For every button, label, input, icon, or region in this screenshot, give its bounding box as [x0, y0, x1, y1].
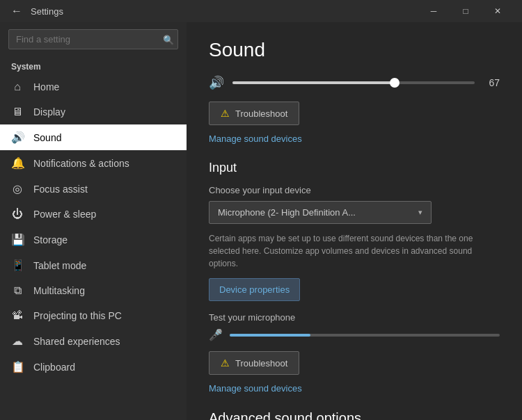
mic-test-row: 🎤: [209, 328, 500, 341]
power-icon: ⏻: [11, 208, 24, 220]
output-manage-link[interactable]: Manage sound devices: [209, 134, 500, 144]
sidebar-item-label: Display: [33, 106, 65, 118]
sidebar-item-storage[interactable]: 💾 Storage: [0, 227, 187, 252]
back-button[interactable]: ←: [8, 3, 25, 19]
output-troubleshoot-button[interactable]: ⚠ Troubleshoot: [209, 102, 299, 125]
minimize-button[interactable]: ─: [418, 0, 450, 22]
sidebar-item-tablet[interactable]: 📱 Tablet mode: [0, 252, 187, 278]
window-controls: ─ □ ✕: [418, 0, 514, 22]
input-info-text: Certain apps may be set up to use differ…: [209, 232, 487, 270]
search-box: 🔍: [8, 29, 178, 49]
content-area: Sound 🔊 67 ⚠ Troubleshoot Manage sound d…: [187, 22, 522, 420]
maximize-button[interactable]: □: [450, 0, 482, 22]
slider-fill: [232, 81, 395, 84]
close-button[interactable]: ✕: [482, 0, 514, 22]
sidebar-item-label: Multitasking: [33, 285, 85, 296]
multitasking-icon: ⧉: [11, 284, 24, 297]
sidebar-item-label: Notifications & actions: [33, 158, 129, 169]
volume-slider[interactable]: [232, 81, 475, 84]
sidebar-item-power[interactable]: ⏻ Power & sleep: [0, 202, 187, 227]
advanced-section-heading: Advanced sound options: [209, 410, 500, 420]
sidebar-item-label: Tablet mode: [33, 260, 86, 271]
input-device-label: Choose your input device: [209, 185, 500, 195]
mic-level-bar: [230, 334, 500, 337]
sidebar-item-label: Storage: [33, 234, 68, 245]
input-manage-link[interactable]: Manage sound devices: [209, 383, 500, 394]
sidebar-item-multitasking[interactable]: ⧉ Multitasking: [0, 278, 187, 303]
warning-icon: ⚠: [221, 108, 230, 119]
slider-thumb: [390, 78, 400, 88]
input-troubleshoot-label: Troubleshoot: [235, 358, 287, 369]
search-input[interactable]: [8, 29, 178, 49]
sidebar-item-label: Sound: [33, 132, 61, 143]
warning-icon-2: ⚠: [221, 357, 230, 369]
focus-icon: ◎: [11, 182, 24, 195]
clipboard-icon: 📋: [11, 360, 24, 373]
chevron-down-icon: ▾: [418, 208, 422, 217]
sidebar-item-notifications[interactable]: 🔔 Notifications & actions: [0, 150, 187, 176]
sidebar-item-label: Home: [33, 81, 59, 92]
storage-icon: 💾: [11, 233, 24, 246]
input-section-heading: Input: [209, 161, 500, 175]
sidebar-item-label: Clipboard: [33, 362, 75, 373]
sidebar-item-shared[interactable]: ☁ Shared experiences: [0, 328, 187, 354]
slider-track: [232, 81, 475, 84]
sidebar-item-label: Shared experiences: [33, 336, 120, 347]
mic-level-fill: [230, 334, 310, 337]
sidebar: 🔍 System ⌂ Home 🖥 Display 🔊 Sound 🔔 Noti…: [0, 22, 187, 420]
sound-icon: 🔊: [11, 131, 24, 144]
microphone-icon: 🎤: [209, 328, 223, 341]
sidebar-item-sound[interactable]: 🔊 Sound: [0, 124, 187, 150]
shared-icon: ☁: [11, 334, 24, 348]
titlebar-title: Settings: [31, 6, 418, 17]
sidebar-item-projecting[interactable]: 📽 Projecting to this PC: [0, 303, 187, 328]
titlebar: ← Settings ─ □ ✕: [0, 0, 522, 22]
search-icon[interactable]: 🔍: [163, 34, 174, 45]
volume-row: 🔊 67: [209, 75, 500, 90]
page-title: Sound: [209, 39, 500, 61]
sidebar-item-focus[interactable]: ◎ Focus assist: [0, 176, 187, 202]
home-icon: ⌂: [11, 81, 24, 93]
volume-icon: 🔊: [209, 75, 224, 90]
input-device-dropdown[interactable]: Microphone (2- High Definition A... ▾: [209, 201, 432, 224]
projecting-icon: 📽: [11, 309, 24, 322]
sidebar-section-label: System: [0, 56, 187, 74]
main-layout: 🔍 System ⌂ Home 🖥 Display 🔊 Sound 🔔 Noti…: [0, 22, 522, 420]
sidebar-item-clipboard[interactable]: 📋 Clipboard: [0, 354, 187, 380]
volume-value: 67: [483, 77, 500, 88]
sidebar-item-home[interactable]: ⌂ Home: [0, 74, 187, 99]
sidebar-item-label: Power & sleep: [33, 209, 96, 220]
sidebar-item-display[interactable]: 🖥 Display: [0, 99, 187, 124]
sidebar-item-label: Focus assist: [33, 184, 88, 195]
test-mic-label: Test your microphone: [209, 312, 500, 323]
tablet-icon: 📱: [11, 259, 24, 272]
notifications-icon: 🔔: [11, 156, 24, 170]
input-device-value: Microphone (2- High Definition A...: [218, 207, 356, 218]
sidebar-item-label: Projecting to this PC: [33, 310, 122, 321]
output-troubleshoot-label: Troubleshoot: [235, 108, 287, 119]
device-properties-link[interactable]: Device properties: [209, 278, 300, 301]
input-troubleshoot-button[interactable]: ⚠ Troubleshoot: [209, 351, 299, 375]
display-icon: 🖥: [11, 106, 24, 118]
